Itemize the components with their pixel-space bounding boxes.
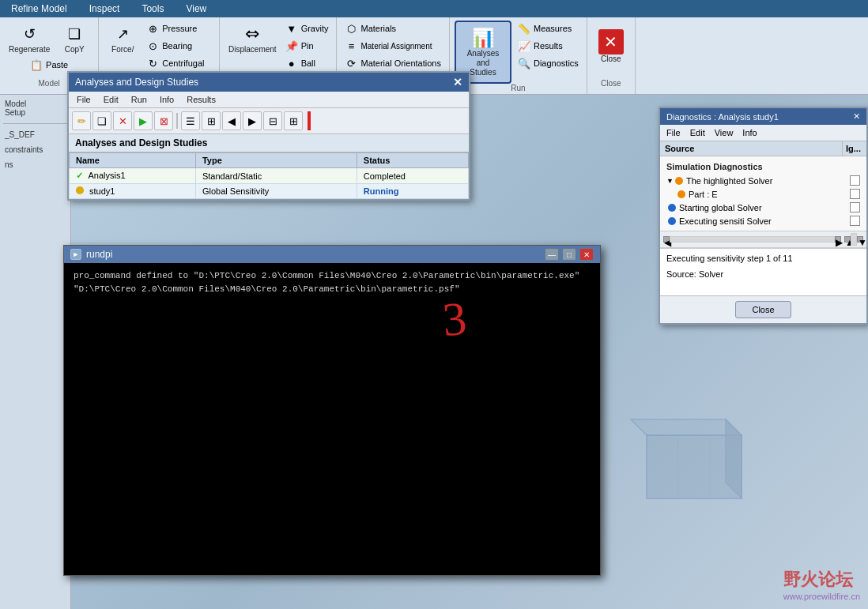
gravity-button[interactable]: ▼ Gravity <box>282 21 332 36</box>
diag-info-line3: Source: Solver <box>666 269 860 279</box>
bearing-button[interactable]: ⊙ Bearing <box>143 38 214 54</box>
constraints-buttons: ⇔ Displacement ▼ Gravity 📌 Pin ● Ball <box>225 21 331 71</box>
toolbar-run-button[interactable]: ▶ <box>134 111 153 130</box>
paste-button[interactable]: 📋 Paste <box>27 57 71 73</box>
diag-checkbox-1[interactable] <box>850 175 860 186</box>
analyses-dialog: Analyses and Design Studies ✕ File Edit … <box>67 71 470 201</box>
diag-tree-item-1[interactable]: ▼ The highlighted Solver <box>663 174 863 187</box>
model-buttons: ↺ Regenerate ❏ CopY <box>5 21 93 57</box>
row1-type: Standard/Static <box>195 168 357 184</box>
diagnostics-button[interactable]: 🔍 Diagnostics <box>515 55 582 71</box>
sidebar-model-setup[interactable]: ModelSetup <box>3 98 67 118</box>
menu-edit[interactable]: Edit <box>100 93 122 106</box>
sidebar-ns[interactable]: ns <box>3 159 67 171</box>
diagnostics-close-button[interactable]: Close <box>735 301 791 318</box>
copy-button[interactable]: ❏ CopY <box>55 21 93 57</box>
measures-icon: 📏 <box>518 22 530 35</box>
diag-checkbox-1a[interactable] <box>850 189 860 199</box>
diag-dot-blue-3 <box>668 217 676 225</box>
bearing-label: Bearing <box>162 41 192 51</box>
ball-button[interactable]: ● Ball <box>282 55 332 71</box>
toolbar-list-button[interactable]: ☰ <box>181 111 200 130</box>
diag-menu-edit[interactable]: Edit <box>687 126 708 139</box>
menu-results[interactable]: Results <box>183 93 219 106</box>
diagnostics-columns-header: Source Ig... <box>660 141 866 156</box>
toolbar-delete-button[interactable]: ✕ <box>113 111 132 130</box>
sidebar-constraints[interactable]: _S_DEF <box>3 129 67 141</box>
toolbar-red-indicator <box>308 111 311 130</box>
regenerate-icon: ↺ <box>18 23 40 45</box>
checkmark-icon: ✓ <box>76 171 83 180</box>
menu-info[interactable]: Info <box>157 93 177 106</box>
toolbar-pencil-button[interactable]: ✏ <box>72 111 91 130</box>
pin-button[interactable]: 📌 Pin <box>282 38 332 54</box>
diagnostics-close-x[interactable]: ✕ <box>853 111 860 122</box>
col-type: Type <box>195 153 357 168</box>
analyses-dialog-close-button[interactable]: ✕ <box>453 76 462 88</box>
displacement-button[interactable]: ⇔ Displacement <box>225 21 281 71</box>
materials-icon: ⬡ <box>345 22 357 35</box>
terminal-minimize-button[interactable]: — <box>545 248 559 261</box>
diag-scroll-down[interactable]: ▼ <box>857 236 863 242</box>
row2-name-text: study1 <box>89 186 115 196</box>
pressure-button[interactable]: ⊕ Pressure <box>143 21 214 36</box>
diagnostics-info-area: Executing sensitivity step 1 of 11 Sourc… <box>660 248 866 295</box>
running-dot-icon <box>76 186 84 194</box>
menu-file[interactable]: File <box>74 93 94 106</box>
terminal-title-text: rundpi <box>86 249 112 260</box>
terminal-window-buttons: — □ ✕ <box>545 248 594 261</box>
results-button[interactable]: 📈 Results <box>515 38 582 54</box>
row1-status: Completed <box>357 168 468 184</box>
diag-checkbox-2[interactable] <box>850 202 860 212</box>
toolbar-expand-button[interactable]: ⊟ <box>263 111 282 130</box>
nav-item-refine[interactable]: Refine Model <box>6 2 72 16</box>
diag-scroll-right[interactable]: ▶ <box>835 236 841 242</box>
diag-tree-item-2[interactable]: Starting global Solver <box>663 201 863 214</box>
diag-vscroll-track[interactable] <box>851 233 857 246</box>
regenerate-button[interactable]: ↺ Regenerate <box>5 21 54 57</box>
terminal-title-left: ► rundpi <box>70 249 112 260</box>
diag-menu-info[interactable]: Info <box>739 126 760 139</box>
centrifugal-button[interactable]: ↻ Centrifugal <box>143 55 214 71</box>
toolbar-next-button[interactable]: ▶ <box>243 111 262 130</box>
ball-label: Ball <box>301 58 315 68</box>
measures-button[interactable]: 📏 Measures <box>515 21 582 36</box>
diag-scrollbar-track[interactable] <box>670 236 835 242</box>
diag-menu-file[interactable]: File <box>663 126 684 139</box>
diag-item-3-text: Executing sensiti Solver <box>679 216 850 226</box>
diag-scroll-up[interactable]: ▲ <box>844 236 851 242</box>
top-nav: Refine Model Inspect Tools View <box>0 0 868 17</box>
toolbar-pause-button[interactable]: ⊠ <box>154 111 173 130</box>
table-row[interactable]: study1 Global Sensitivity Running <box>70 184 469 199</box>
nav-item-view[interactable]: View <box>181 2 211 16</box>
close-ribbon-button[interactable]: ✕ Close <box>592 27 630 66</box>
toolbar-collapse-button[interactable]: ⊞ <box>284 111 303 130</box>
table-row[interactable]: ✓ Analysis1 Standard/Static Completed <box>70 168 469 184</box>
analyses-table: Name Type Status ✓ Analysis1 Standard/St… <box>69 152 469 199</box>
nav-item-tools[interactable]: Tools <box>137 2 168 16</box>
materials-button[interactable]: ⬡ Materials <box>342 21 444 36</box>
materials-btns: ⬡ Materials ≡ Material Assignment ⟳ Mate… <box>342 21 444 71</box>
copy-icon: ❏ <box>63 23 85 45</box>
terminal-maximize-button[interactable]: □ <box>562 248 576 261</box>
toolbar-copy-button[interactable]: ❏ <box>92 111 111 130</box>
results-label: Results <box>534 41 563 51</box>
diagnostics-dialog: Diagnostics : Analysis study1 ✕ File Edi… <box>659 107 868 325</box>
left-sidebar: ModelSetup _S_DEF constraints ns <box>0 95 71 609</box>
material-assignment-button[interactable]: ≡ Material Assignment <box>342 38 444 54</box>
material-orientations-icon: ⟳ <box>345 57 357 70</box>
material-orientations-label: Material Orientations <box>360 58 441 68</box>
terminal-close-button[interactable]: ✕ <box>579 248 594 261</box>
diag-tree-item-3[interactable]: Executing sensiti Solver <box>663 214 863 227</box>
diag-scroll-left[interactable]: ◀ <box>663 236 670 242</box>
menu-run[interactable]: Run <box>128 93 150 106</box>
toolbar-table-button[interactable]: ⊞ <box>202 111 221 130</box>
nav-item-inspect[interactable]: Inspect <box>85 2 125 16</box>
sidebar-constraints2[interactable]: constraints <box>3 144 67 156</box>
diag-menu-view[interactable]: View <box>711 126 737 139</box>
pressure-label: Pressure <box>162 24 197 33</box>
diag-tree-item-1a[interactable]: Part : E <box>663 187 863 201</box>
material-orientations-button[interactable]: ⟳ Material Orientations <box>342 55 444 71</box>
diag-checkbox-3[interactable] <box>850 216 860 226</box>
toolbar-prev-button[interactable]: ◀ <box>222 111 241 130</box>
